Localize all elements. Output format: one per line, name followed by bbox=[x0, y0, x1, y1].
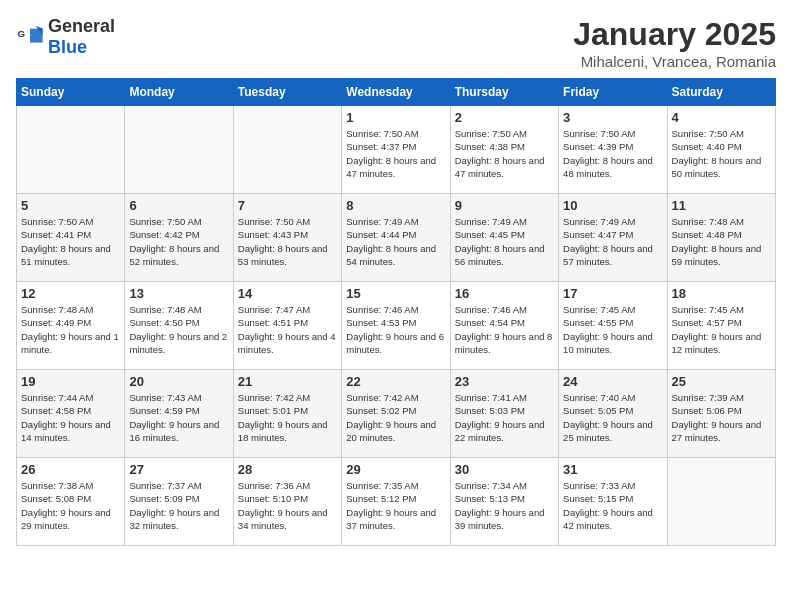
col-header-sunday: Sunday bbox=[17, 79, 125, 106]
col-header-tuesday: Tuesday bbox=[233, 79, 341, 106]
day-number: 16 bbox=[455, 286, 554, 301]
logo-blue-text: Blue bbox=[48, 37, 87, 57]
title-area: January 2025 Mihalceni, Vrancea, Romania bbox=[573, 16, 776, 70]
day-number: 1 bbox=[346, 110, 445, 125]
calendar-cell: 11Sunrise: 7:48 AM Sunset: 4:48 PM Dayli… bbox=[667, 194, 775, 282]
day-info: Sunrise: 7:49 AM Sunset: 4:44 PM Dayligh… bbox=[346, 215, 445, 268]
calendar-cell: 10Sunrise: 7:49 AM Sunset: 4:47 PM Dayli… bbox=[559, 194, 667, 282]
logo-icon: G bbox=[16, 23, 44, 51]
col-header-friday: Friday bbox=[559, 79, 667, 106]
day-number: 3 bbox=[563, 110, 662, 125]
day-info: Sunrise: 7:45 AM Sunset: 4:55 PM Dayligh… bbox=[563, 303, 662, 356]
week-row-2: 5Sunrise: 7:50 AM Sunset: 4:41 PM Daylig… bbox=[17, 194, 776, 282]
week-row-1: 1Sunrise: 7:50 AM Sunset: 4:37 PM Daylig… bbox=[17, 106, 776, 194]
calendar-cell: 26Sunrise: 7:38 AM Sunset: 5:08 PM Dayli… bbox=[17, 458, 125, 546]
day-info: Sunrise: 7:39 AM Sunset: 5:06 PM Dayligh… bbox=[672, 391, 771, 444]
calendar-cell: 23Sunrise: 7:41 AM Sunset: 5:03 PM Dayli… bbox=[450, 370, 558, 458]
week-row-4: 19Sunrise: 7:44 AM Sunset: 4:58 PM Dayli… bbox=[17, 370, 776, 458]
calendar-cell: 7Sunrise: 7:50 AM Sunset: 4:43 PM Daylig… bbox=[233, 194, 341, 282]
calendar-cell: 13Sunrise: 7:48 AM Sunset: 4:50 PM Dayli… bbox=[125, 282, 233, 370]
calendar-cell: 1Sunrise: 7:50 AM Sunset: 4:37 PM Daylig… bbox=[342, 106, 450, 194]
calendar-cell: 3Sunrise: 7:50 AM Sunset: 4:39 PM Daylig… bbox=[559, 106, 667, 194]
calendar-cell: 2Sunrise: 7:50 AM Sunset: 4:38 PM Daylig… bbox=[450, 106, 558, 194]
col-header-saturday: Saturday bbox=[667, 79, 775, 106]
calendar-cell: 28Sunrise: 7:36 AM Sunset: 5:10 PM Dayli… bbox=[233, 458, 341, 546]
calendar-cell: 4Sunrise: 7:50 AM Sunset: 4:40 PM Daylig… bbox=[667, 106, 775, 194]
day-info: Sunrise: 7:50 AM Sunset: 4:39 PM Dayligh… bbox=[563, 127, 662, 180]
day-number: 5 bbox=[21, 198, 120, 213]
calendar-cell: 9Sunrise: 7:49 AM Sunset: 4:45 PM Daylig… bbox=[450, 194, 558, 282]
day-info: Sunrise: 7:44 AM Sunset: 4:58 PM Dayligh… bbox=[21, 391, 120, 444]
day-info: Sunrise: 7:49 AM Sunset: 4:45 PM Dayligh… bbox=[455, 215, 554, 268]
calendar-cell bbox=[125, 106, 233, 194]
day-info: Sunrise: 7:46 AM Sunset: 4:54 PM Dayligh… bbox=[455, 303, 554, 356]
day-number: 24 bbox=[563, 374, 662, 389]
day-info: Sunrise: 7:50 AM Sunset: 4:40 PM Dayligh… bbox=[672, 127, 771, 180]
page-header: G General Blue January 2025 Mihalceni, V… bbox=[16, 16, 776, 70]
day-info: Sunrise: 7:41 AM Sunset: 5:03 PM Dayligh… bbox=[455, 391, 554, 444]
calendar-cell: 14Sunrise: 7:47 AM Sunset: 4:51 PM Dayli… bbox=[233, 282, 341, 370]
day-info: Sunrise: 7:33 AM Sunset: 5:15 PM Dayligh… bbox=[563, 479, 662, 532]
day-info: Sunrise: 7:42 AM Sunset: 5:02 PM Dayligh… bbox=[346, 391, 445, 444]
calendar-cell: 30Sunrise: 7:34 AM Sunset: 5:13 PM Dayli… bbox=[450, 458, 558, 546]
calendar-cell: 16Sunrise: 7:46 AM Sunset: 4:54 PM Dayli… bbox=[450, 282, 558, 370]
day-number: 14 bbox=[238, 286, 337, 301]
day-number: 27 bbox=[129, 462, 228, 477]
day-info: Sunrise: 7:45 AM Sunset: 4:57 PM Dayligh… bbox=[672, 303, 771, 356]
col-header-monday: Monday bbox=[125, 79, 233, 106]
day-info: Sunrise: 7:43 AM Sunset: 4:59 PM Dayligh… bbox=[129, 391, 228, 444]
calendar-cell: 25Sunrise: 7:39 AM Sunset: 5:06 PM Dayli… bbox=[667, 370, 775, 458]
calendar-cell: 27Sunrise: 7:37 AM Sunset: 5:09 PM Dayli… bbox=[125, 458, 233, 546]
calendar-cell: 31Sunrise: 7:33 AM Sunset: 5:15 PM Dayli… bbox=[559, 458, 667, 546]
calendar-cell: 19Sunrise: 7:44 AM Sunset: 4:58 PM Dayli… bbox=[17, 370, 125, 458]
day-number: 11 bbox=[672, 198, 771, 213]
day-number: 21 bbox=[238, 374, 337, 389]
day-info: Sunrise: 7:38 AM Sunset: 5:08 PM Dayligh… bbox=[21, 479, 120, 532]
day-info: Sunrise: 7:48 AM Sunset: 4:48 PM Dayligh… bbox=[672, 215, 771, 268]
day-info: Sunrise: 7:48 AM Sunset: 4:50 PM Dayligh… bbox=[129, 303, 228, 356]
day-number: 9 bbox=[455, 198, 554, 213]
calendar-cell: 15Sunrise: 7:46 AM Sunset: 4:53 PM Dayli… bbox=[342, 282, 450, 370]
week-row-3: 12Sunrise: 7:48 AM Sunset: 4:49 PM Dayli… bbox=[17, 282, 776, 370]
day-info: Sunrise: 7:40 AM Sunset: 5:05 PM Dayligh… bbox=[563, 391, 662, 444]
day-info: Sunrise: 7:50 AM Sunset: 4:38 PM Dayligh… bbox=[455, 127, 554, 180]
day-number: 19 bbox=[21, 374, 120, 389]
day-header-row: SundayMondayTuesdayWednesdayThursdayFrid… bbox=[17, 79, 776, 106]
logo-general-text: General bbox=[48, 16, 115, 36]
day-number: 6 bbox=[129, 198, 228, 213]
day-info: Sunrise: 7:36 AM Sunset: 5:10 PM Dayligh… bbox=[238, 479, 337, 532]
week-row-5: 26Sunrise: 7:38 AM Sunset: 5:08 PM Dayli… bbox=[17, 458, 776, 546]
day-number: 26 bbox=[21, 462, 120, 477]
calendar-cell: 22Sunrise: 7:42 AM Sunset: 5:02 PM Dayli… bbox=[342, 370, 450, 458]
day-number: 31 bbox=[563, 462, 662, 477]
calendar-cell bbox=[233, 106, 341, 194]
calendar-cell: 8Sunrise: 7:49 AM Sunset: 4:44 PM Daylig… bbox=[342, 194, 450, 282]
day-number: 13 bbox=[129, 286, 228, 301]
calendar-title: January 2025 bbox=[573, 16, 776, 53]
calendar-cell: 17Sunrise: 7:45 AM Sunset: 4:55 PM Dayli… bbox=[559, 282, 667, 370]
calendar-cell bbox=[17, 106, 125, 194]
calendar-cell: 5Sunrise: 7:50 AM Sunset: 4:41 PM Daylig… bbox=[17, 194, 125, 282]
calendar-cell: 6Sunrise: 7:50 AM Sunset: 4:42 PM Daylig… bbox=[125, 194, 233, 282]
day-info: Sunrise: 7:49 AM Sunset: 4:47 PM Dayligh… bbox=[563, 215, 662, 268]
day-number: 15 bbox=[346, 286, 445, 301]
day-number: 28 bbox=[238, 462, 337, 477]
calendar-cell: 24Sunrise: 7:40 AM Sunset: 5:05 PM Dayli… bbox=[559, 370, 667, 458]
day-number: 10 bbox=[563, 198, 662, 213]
day-info: Sunrise: 7:35 AM Sunset: 5:12 PM Dayligh… bbox=[346, 479, 445, 532]
day-info: Sunrise: 7:47 AM Sunset: 4:51 PM Dayligh… bbox=[238, 303, 337, 356]
day-number: 7 bbox=[238, 198, 337, 213]
col-header-wednesday: Wednesday bbox=[342, 79, 450, 106]
calendar-cell: 29Sunrise: 7:35 AM Sunset: 5:12 PM Dayli… bbox=[342, 458, 450, 546]
day-number: 2 bbox=[455, 110, 554, 125]
day-info: Sunrise: 7:42 AM Sunset: 5:01 PM Dayligh… bbox=[238, 391, 337, 444]
day-info: Sunrise: 7:34 AM Sunset: 5:13 PM Dayligh… bbox=[455, 479, 554, 532]
day-number: 18 bbox=[672, 286, 771, 301]
day-info: Sunrise: 7:50 AM Sunset: 4:43 PM Dayligh… bbox=[238, 215, 337, 268]
day-number: 22 bbox=[346, 374, 445, 389]
day-number: 20 bbox=[129, 374, 228, 389]
day-number: 12 bbox=[21, 286, 120, 301]
day-number: 25 bbox=[672, 374, 771, 389]
calendar-table: SundayMondayTuesdayWednesdayThursdayFrid… bbox=[16, 78, 776, 546]
calendar-cell: 20Sunrise: 7:43 AM Sunset: 4:59 PM Dayli… bbox=[125, 370, 233, 458]
